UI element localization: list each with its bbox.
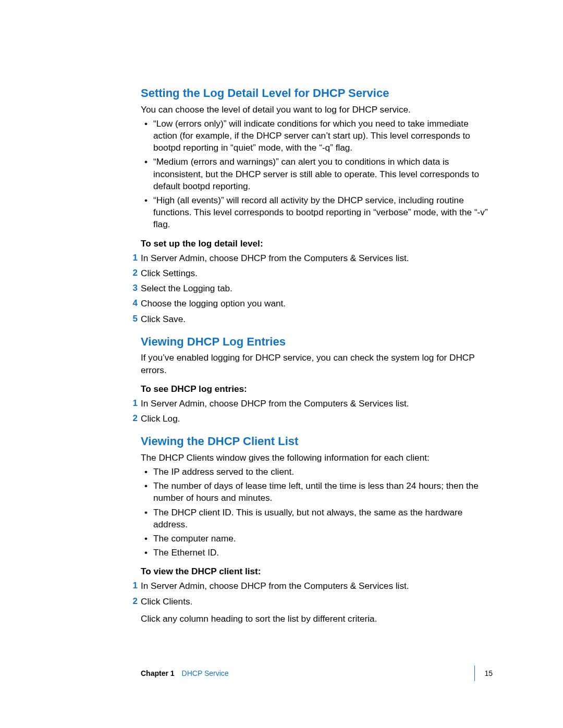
- intro-log-detail: You can choose the level of detail you w…: [141, 104, 493, 116]
- step-number: 2: [131, 267, 138, 279]
- list-item: The number of days of lease time left, u…: [141, 480, 493, 504]
- step-item: 1In Server Admin, choose DHCP from the C…: [131, 252, 493, 264]
- step-item: 1In Server Admin, choose DHCP from the C…: [131, 580, 493, 592]
- footer-left: Chapter 1 DHCP Service: [141, 669, 229, 677]
- bullets-log-detail: “Low (errors only)” will indicate condit…: [141, 118, 493, 231]
- proc-heading-log-detail: To set up the log detail level:: [141, 238, 493, 249]
- step-item: 2Click Clients.: [131, 596, 493, 608]
- list-item: The computer name.: [141, 533, 493, 545]
- intro-client-list: The DHCP Clients window gives the follow…: [141, 452, 493, 464]
- step-number: 3: [131, 282, 138, 294]
- steps-log-detail: 1In Server Admin, choose DHCP from the C…: [131, 252, 493, 325]
- step-item: 4Choose the logging option you want.: [131, 298, 493, 310]
- step-item: 2Click Log.: [131, 413, 493, 425]
- list-item: The IP address served to the client.: [141, 466, 493, 478]
- step-text: In Server Admin, choose DHCP from the Co…: [141, 398, 409, 409]
- chapter-title: DHCP Service: [182, 669, 229, 677]
- steps-log-entries: 1In Server Admin, choose DHCP from the C…: [131, 398, 493, 425]
- step-number: 1: [131, 252, 138, 264]
- step-number: 4: [131, 298, 138, 310]
- step-number: 2: [131, 413, 138, 425]
- closing-note: Click any column heading to sort the lis…: [141, 613, 493, 625]
- footer-right: 15: [474, 665, 493, 681]
- list-item: “High (all events)” will record all acti…: [141, 194, 493, 231]
- step-text: Select the Logging tab.: [141, 283, 232, 293]
- chapter-label: Chapter 1: [141, 669, 175, 677]
- step-text: Click Clients.: [141, 596, 192, 607]
- list-item: “Low (errors only)” will indicate condit…: [141, 118, 493, 154]
- step-number: 1: [131, 398, 138, 410]
- list-item: The Ethernet ID.: [141, 547, 493, 559]
- heading-log-detail: Setting the Log Detail Level for DHCP Se…: [141, 86, 493, 101]
- step-item: 2Click Settings.: [131, 267, 493, 279]
- bullets-client-list: The IP address served to the client. The…: [141, 466, 493, 559]
- heading-client-list: Viewing the DHCP Client List: [141, 434, 493, 449]
- list-item: The DHCP client ID. This is usually, but…: [141, 507, 493, 530]
- step-text: Click Save.: [141, 314, 186, 324]
- step-item: 1In Server Admin, choose DHCP from the C…: [131, 398, 493, 410]
- step-number: 5: [131, 313, 138, 325]
- footer-divider: [474, 665, 475, 681]
- step-item: 3Select the Logging tab.: [131, 282, 493, 294]
- page-number: 15: [484, 669, 493, 677]
- step-text: In Server Admin, choose DHCP from the Co…: [141, 253, 409, 263]
- proc-heading-log-entries: To see DHCP log entries:: [141, 384, 493, 394]
- step-text: In Server Admin, choose DHCP from the Co…: [141, 581, 409, 591]
- step-text: Choose the logging option you want.: [141, 298, 286, 309]
- heading-log-entries: Viewing DHCP Log Entries: [141, 335, 493, 349]
- intro-log-entries: If you’ve enabled logging for DHCP servi…: [141, 352, 493, 376]
- proc-heading-client-list: To view the DHCP client list:: [141, 566, 493, 577]
- steps-client-list: 1In Server Admin, choose DHCP from the C…: [131, 580, 493, 607]
- step-number: 1: [131, 580, 138, 592]
- list-item: “Medium (errors and warnings)” can alert…: [141, 156, 493, 192]
- step-number: 2: [131, 596, 138, 608]
- page-content: Setting the Log Detail Level for DHCP Se…: [0, 0, 563, 625]
- step-text: Click Log.: [141, 413, 180, 424]
- page-footer: Chapter 1 DHCP Service 15: [141, 665, 493, 681]
- step-text: Click Settings.: [141, 268, 198, 278]
- step-item: 5Click Save.: [131, 313, 493, 325]
